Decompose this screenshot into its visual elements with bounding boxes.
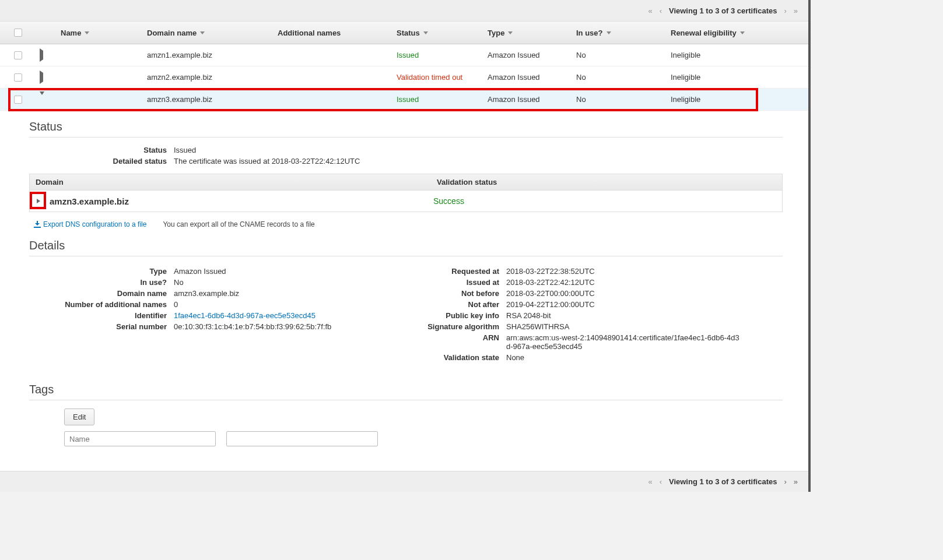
page-next-icon[interactable]: ›	[780, 477, 790, 486]
type-label: Type	[29, 267, 167, 276]
detailed-status-value: The certificate was issued at 2018-03-22…	[174, 157, 360, 165]
validation-state-label: Validation state	[356, 353, 499, 362]
page-last-icon[interactable]: »	[790, 6, 801, 15]
serial-value: 0e:10:30:f3:1c:b4:1e:b7:54:bb:f3:99:62:5…	[174, 322, 331, 331]
col-inuse-label: In use?	[576, 29, 603, 37]
divider	[29, 137, 783, 138]
public-key-label: Public key info	[356, 311, 499, 320]
sort-caret-icon	[200, 31, 205, 34]
edit-tags-button[interactable]: Edit	[64, 408, 94, 425]
additional-names-value: 0	[174, 300, 178, 309]
col-additional[interactable]: Additional names	[274, 29, 393, 37]
table-row[interactable]: amzn2.example.biz Validation timed out A…	[0, 66, 808, 89]
status-kv: Status Issued Detailed status The certif…	[64, 146, 783, 165]
cell-type: Amazon Issued	[484, 51, 573, 59]
cell-domain: amzn2.example.biz	[143, 73, 274, 82]
export-dns-link[interactable]: Export DNS configuration to a file	[34, 220, 146, 228]
domain-name-label: Domain name	[29, 289, 167, 298]
arn-label: ARN	[356, 333, 499, 351]
domain-table-row[interactable]: amzn3.example.biz Success	[30, 191, 782, 212]
type-value: Amazon Issued	[174, 267, 226, 276]
additional-names-label: Number of additional names	[29, 300, 167, 309]
domain-table-header: Domain Validation status	[30, 174, 782, 191]
public-key-value: RSA 2048-bit	[506, 311, 551, 320]
export-caption: You can export all of the CNAME records …	[163, 220, 314, 228]
identifier-label: Identifier	[29, 311, 167, 320]
cell-domain: amzn1.example.biz	[143, 51, 274, 59]
sort-caret-icon	[85, 31, 89, 34]
table-row[interactable]: amzn1.example.biz Issued Amazon Issued N…	[0, 44, 808, 66]
tag-name-input[interactable]	[64, 431, 216, 446]
select-all-checkbox[interactable]	[14, 29, 22, 37]
certificates-panel: « ‹ Viewing 1 to 3 of 3 certificates › »…	[0, 0, 811, 492]
cell-renewal: Ineligible	[667, 73, 811, 82]
cell-renewal: Ineligible	[667, 95, 811, 104]
signature-algo-value: SHA256WITHRSA	[506, 322, 569, 331]
chevron-right-icon	[37, 199, 40, 203]
col-type[interactable]: Type	[484, 29, 573, 37]
row-checkbox[interactable]	[14, 96, 22, 104]
cell-type: Amazon Issued	[484, 95, 573, 104]
cell-type: Amazon Issued	[484, 73, 573, 82]
cell-status: Validation timed out	[393, 73, 484, 82]
tag-value-input[interactable]	[226, 431, 378, 446]
details-right: Requested at2018-03-22T22:38:52UTC Issue…	[356, 265, 783, 364]
cell-status: Issued	[393, 51, 484, 59]
pager-text-top: Viewing 1 to 3 of 3 certificates	[665, 6, 780, 15]
expand-toggle[interactable]	[40, 73, 43, 82]
requested-at-label: Requested at	[356, 267, 499, 276]
certificates-table: Name Domain name Additional names Status…	[0, 21, 808, 111]
page-prev-icon[interactable]: ‹	[656, 6, 665, 15]
status-value: Issued	[174, 146, 196, 154]
inuse-value: No	[174, 278, 184, 287]
cell-inuse: No	[573, 95, 667, 104]
col-status[interactable]: Status	[393, 29, 484, 37]
page-last-icon[interactable]: »	[790, 477, 801, 486]
validation-state-value: None	[506, 353, 524, 362]
identifier-value[interactable]: 1fae4ec1-6db6-4d3d-967a-eec5e53ecd45	[174, 311, 315, 320]
pager-text-bottom: Viewing 1 to 3 of 3 certificates	[665, 477, 780, 486]
validation-status-value: Success	[433, 196, 782, 206]
col-renewal[interactable]: Renewal eligibility	[667, 29, 811, 37]
domain-validation-table: Domain Validation status amzn3.example.b…	[29, 174, 783, 212]
details-heading: Details	[29, 239, 783, 252]
not-after-value: 2019-04-22T12:00:00UTC	[506, 300, 595, 309]
table-row[interactable]: amzn3.example.biz Issued Amazon Issued N…	[0, 89, 808, 111]
cell-renewal: Ineligible	[667, 51, 811, 59]
page-first-icon[interactable]: «	[644, 477, 655, 486]
col-inuse[interactable]: In use?	[573, 29, 667, 37]
details-left: TypeAmazon Issued In use?No Domain namea…	[29, 265, 344, 364]
col-name-label: Name	[61, 29, 81, 37]
expand-toggle[interactable]	[40, 95, 44, 104]
col-domain-label: Domain name	[147, 29, 197, 37]
domain-name-value: amzn3.example.biz	[174, 289, 239, 298]
col-additional-label: Additional names	[278, 29, 341, 37]
col-renewal-label: Renewal eligibility	[671, 29, 737, 37]
tags-block: Edit	[64, 408, 783, 446]
domain-name-value: amzn3.example.biz	[50, 196, 129, 206]
chevron-down-icon	[40, 91, 44, 104]
page-next-icon[interactable]: ›	[780, 6, 790, 15]
expand-toggle[interactable]	[40, 51, 43, 59]
requested-at-value: 2018-03-22T22:38:52UTC	[506, 267, 595, 276]
row-checkbox[interactable]	[14, 51, 22, 59]
status-heading: Status	[29, 120, 783, 133]
issued-at-value: 2018-03-22T22:42:12UTC	[506, 278, 595, 287]
domain-col-label: Domain	[36, 178, 437, 186]
col-name[interactable]: Name	[57, 29, 143, 37]
domain-expand-toggle[interactable]	[32, 195, 45, 207]
col-status-label: Status	[397, 29, 420, 37]
status-label: Status	[64, 146, 167, 154]
page-prev-icon[interactable]: ‹	[656, 477, 665, 486]
sort-caret-icon	[423, 31, 428, 34]
cell-status: Issued	[393, 95, 484, 104]
detailed-status-label: Detailed status	[64, 157, 167, 165]
tags-heading: Tags	[29, 383, 783, 396]
row-checkbox[interactable]	[14, 73, 22, 82]
not-after-label: Not after	[356, 300, 499, 309]
pager-top: « ‹ Viewing 1 to 3 of 3 certificates › »	[0, 0, 808, 21]
page-first-icon[interactable]: «	[644, 6, 655, 15]
col-domain[interactable]: Domain name	[143, 29, 274, 37]
signature-algo-label: Signature algorithm	[356, 322, 499, 331]
divider	[29, 400, 783, 400]
